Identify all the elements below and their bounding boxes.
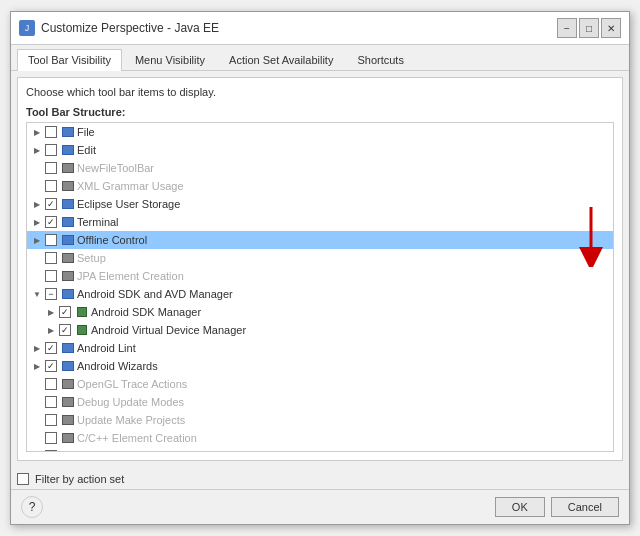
tree-item[interactable]: ▶Android Wizards bbox=[27, 357, 613, 375]
tree-item[interactable]: ▶Android Virtual Device Manager bbox=[27, 321, 613, 339]
tree-checkbox[interactable] bbox=[45, 342, 57, 354]
tree-item[interactable]: ▶Edit bbox=[27, 141, 613, 159]
tree-checkbox[interactable] bbox=[45, 162, 57, 174]
expander-icon[interactable]: ▶ bbox=[45, 306, 57, 318]
tree-item[interactable]: ▼Android SDK and AVD Manager bbox=[27, 285, 613, 303]
tree-checkbox[interactable] bbox=[45, 432, 57, 444]
tree-checkbox[interactable] bbox=[45, 126, 57, 138]
tree-item[interactable]: ▶Terminal bbox=[27, 213, 613, 231]
tree-item-label: Android Virtual Device Manager bbox=[91, 324, 246, 336]
tree-item[interactable]: ▶Android Lint bbox=[27, 339, 613, 357]
tree-item-label: Terminal bbox=[77, 216, 119, 228]
tree-item[interactable]: SQL Scrapbook bbox=[27, 447, 613, 452]
expander-icon[interactable]: ▶ bbox=[31, 360, 43, 372]
tree-checkbox[interactable] bbox=[45, 270, 57, 282]
cancel-button[interactable]: Cancel bbox=[551, 497, 619, 517]
tree-item-label: Setup bbox=[77, 252, 106, 264]
expander-icon bbox=[31, 180, 43, 192]
tree-item[interactable]: XML Grammar Usage bbox=[27, 177, 613, 195]
tree-item-label: File bbox=[77, 126, 95, 138]
tree-item-label: OpenGL Trace Actions bbox=[77, 378, 187, 390]
tree-checkbox[interactable] bbox=[45, 378, 57, 390]
expander-icon[interactable]: ▶ bbox=[31, 342, 43, 354]
tree-checkbox[interactable] bbox=[59, 306, 71, 318]
tree-item-label: Android Wizards bbox=[77, 360, 158, 372]
minimize-button[interactable]: − bbox=[557, 18, 577, 38]
close-button[interactable]: ✕ bbox=[601, 18, 621, 38]
tree-checkbox[interactable] bbox=[45, 180, 57, 192]
tree-item[interactable]: Debug Update Modes bbox=[27, 393, 613, 411]
toolbar-icon bbox=[75, 323, 89, 337]
tree-item[interactable]: NewFileToolBar bbox=[27, 159, 613, 177]
toolbar-icon bbox=[61, 161, 75, 175]
tree-item[interactable]: ▶File bbox=[27, 123, 613, 141]
toolbar-icon bbox=[61, 197, 75, 211]
tree-item-label: C/C++ Element Creation bbox=[77, 432, 197, 444]
tree-item-label: JPA Element Creation bbox=[77, 270, 184, 282]
bottom-buttons: OK Cancel bbox=[495, 497, 619, 517]
maximize-button[interactable]: □ bbox=[579, 18, 599, 38]
expander-icon bbox=[31, 450, 43, 452]
expander-icon bbox=[31, 252, 43, 264]
tree-item-label: Eclipse User Storage bbox=[77, 198, 180, 210]
window-icon: J bbox=[19, 20, 35, 36]
tree-item[interactable]: ▶Offline Control bbox=[27, 231, 613, 249]
section-label: Tool Bar Structure: bbox=[26, 106, 614, 118]
main-window: J Customize Perspective - Java EE − □ ✕ … bbox=[10, 11, 630, 525]
bottom-bar: ? OK Cancel bbox=[11, 489, 629, 524]
tree-container[interactable]: ▶File▶EditNewFileToolBarXML Grammar Usag… bbox=[26, 122, 614, 452]
tree-item-label: NewFileToolBar bbox=[77, 162, 154, 174]
tree-item[interactable]: OpenGL Trace Actions bbox=[27, 375, 613, 393]
expander-icon[interactable]: ▶ bbox=[31, 144, 43, 156]
tree-checkbox[interactable] bbox=[59, 324, 71, 336]
tree-checkbox[interactable] bbox=[45, 144, 57, 156]
tree-checkbox[interactable] bbox=[45, 216, 57, 228]
tab-actionset[interactable]: Action Set Availability bbox=[218, 49, 344, 70]
tab-bar: Tool Bar Visibility Menu Visibility Acti… bbox=[11, 45, 629, 71]
tree-item[interactable]: ▶Eclipse User Storage bbox=[27, 195, 613, 213]
tab-shortcuts[interactable]: Shortcuts bbox=[346, 49, 414, 70]
tree-item[interactable]: ▶Android SDK Manager bbox=[27, 303, 613, 321]
tree-checkbox[interactable] bbox=[45, 198, 57, 210]
tree-checkbox[interactable] bbox=[45, 252, 57, 264]
help-button[interactable]: ? bbox=[21, 496, 43, 518]
expander-icon[interactable]: ▼ bbox=[31, 288, 43, 300]
toolbar-icon bbox=[61, 287, 75, 301]
expander-icon bbox=[31, 378, 43, 390]
expander-icon[interactable]: ▶ bbox=[31, 216, 43, 228]
tree-item-label: Edit bbox=[77, 144, 96, 156]
expander-icon bbox=[31, 432, 43, 444]
tree-item[interactable]: Setup bbox=[27, 249, 613, 267]
filter-bar: Filter by action set bbox=[11, 467, 629, 489]
ok-button[interactable]: OK bbox=[495, 497, 545, 517]
tab-menu[interactable]: Menu Visibility bbox=[124, 49, 216, 70]
tree-item[interactable]: C/C++ Element Creation bbox=[27, 429, 613, 447]
tree-checkbox[interactable] bbox=[45, 450, 57, 452]
expander-icon bbox=[31, 396, 43, 408]
tree-checkbox[interactable] bbox=[45, 414, 57, 426]
filter-checkbox[interactable] bbox=[17, 473, 29, 485]
main-content: Choose which tool bar items to display. … bbox=[17, 77, 623, 461]
tree-checkbox[interactable] bbox=[45, 396, 57, 408]
tree-checkbox[interactable] bbox=[45, 288, 57, 300]
tab-toolbar[interactable]: Tool Bar Visibility bbox=[17, 49, 122, 71]
tree-item-label: SQL Scrapbook bbox=[77, 450, 154, 452]
toolbar-icon bbox=[61, 377, 75, 391]
toolbar-icon bbox=[61, 359, 75, 373]
expander-icon[interactable]: ▶ bbox=[45, 324, 57, 336]
toolbar-icon bbox=[61, 251, 75, 265]
expander-icon bbox=[31, 270, 43, 282]
tree-checkbox[interactable] bbox=[45, 360, 57, 372]
toolbar-icon bbox=[61, 125, 75, 139]
tree-item[interactable]: Update Make Projects bbox=[27, 411, 613, 429]
tree-item[interactable]: JPA Element Creation bbox=[27, 267, 613, 285]
toolbar-icon bbox=[61, 431, 75, 445]
toolbar-icon bbox=[61, 341, 75, 355]
tree-checkbox[interactable] bbox=[45, 234, 57, 246]
filter-label: Filter by action set bbox=[35, 473, 124, 485]
tree-item-label: Offline Control bbox=[77, 234, 147, 246]
expander-icon[interactable]: ▶ bbox=[31, 198, 43, 210]
toolbar-icon bbox=[75, 305, 89, 319]
expander-icon[interactable]: ▶ bbox=[31, 126, 43, 138]
expander-icon[interactable]: ▶ bbox=[31, 234, 43, 246]
